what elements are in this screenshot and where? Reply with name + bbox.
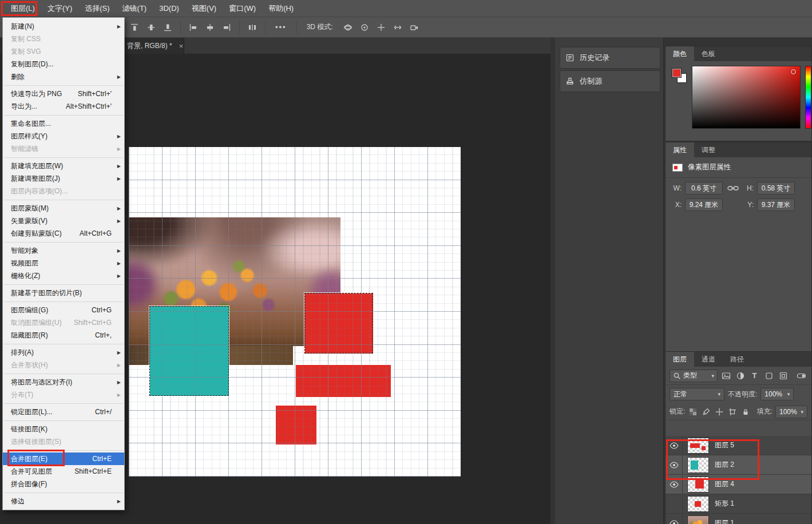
menu-item[interactable]: 新建填充图层(W)▶ <box>3 160 124 172</box>
history-panel-button[interactable]: 历史记录 <box>560 47 660 69</box>
3d-orbit-icon[interactable] <box>342 21 354 34</box>
3d-pan-icon[interactable] <box>375 21 387 34</box>
menu-item[interactable]: 栅格化(Z)▶ <box>3 269 124 282</box>
menu-item[interactable]: 新建(N)▶ <box>3 20 124 33</box>
menu-item[interactable]: 图层样式(Y)▶ <box>3 130 124 142</box>
lock-pixels-icon[interactable] <box>701 407 711 417</box>
layer-row-矩形-1[interactable]: 矩形 1 <box>666 494 811 514</box>
link-dimensions-icon[interactable] <box>726 182 740 194</box>
distribute-top-icon[interactable] <box>128 21 141 34</box>
layer-thumbnail[interactable] <box>687 496 709 512</box>
eye-icon[interactable] <box>666 514 683 524</box>
red-rectangle-3[interactable] <box>276 406 316 444</box>
menubar-item-3[interactable]: 选择(S) <box>78 0 116 17</box>
fill-dropdown[interactable]: 100% ▾ <box>775 406 807 418</box>
menu-item[interactable]: 智能对象▶ <box>3 244 124 257</box>
color-cursor[interactable] <box>791 69 796 74</box>
menubar-item-2[interactable]: 文字(Y) <box>41 0 78 17</box>
blend-mode-dropdown[interactable]: 正常 ▾ <box>670 388 724 400</box>
hue-slider[interactable] <box>805 66 811 129</box>
tab-channels[interactable]: 通道 <box>694 352 723 367</box>
height-field[interactable]: 0.58 英寸 <box>757 182 795 194</box>
layer-thumbnail[interactable] <box>687 457 709 473</box>
3d-camera-icon[interactable] <box>408 21 421 34</box>
filter-pixel-layers-icon[interactable] <box>720 370 732 382</box>
menubar-item-1[interactable]: 图层(L) <box>5 0 41 17</box>
menu-item[interactable]: 锁定图层(L)...Ctrl+/ <box>3 406 124 418</box>
menu-item[interactable]: 视频图层▶ <box>3 257 124 269</box>
menu-item[interactable]: 矢量蒙版(V)▶ <box>3 215 124 227</box>
filter-kind-dropdown[interactable]: 类型 ▾ <box>670 370 718 382</box>
menu-item[interactable]: 合并图层(E)Ctrl+E <box>3 452 124 465</box>
menubar-item-5[interactable]: 3D(D) <box>153 0 185 17</box>
tab-adjustments[interactable]: 调整 <box>694 142 723 157</box>
distribute-spacing-icon[interactable] <box>246 21 259 34</box>
filter-toggle-icon[interactable] <box>795 370 807 382</box>
menu-item[interactable]: 排列(A)▶ <box>3 346 124 359</box>
menubar-item-6[interactable]: 视图(V) <box>185 0 223 17</box>
menubar-item-7[interactable]: 窗口(W) <box>223 0 262 17</box>
canvas-document[interactable] <box>129 147 461 477</box>
menu-item[interactable]: 删除▶ <box>3 70 124 83</box>
lock-transparency-icon[interactable] <box>688 407 698 417</box>
menu-item[interactable]: 图层编组(G)Ctrl+G <box>3 304 124 316</box>
menu-item[interactable]: 导出为...Alt+Shift+Ctrl+' <box>3 100 124 113</box>
3d-roll-icon[interactable] <box>358 21 371 34</box>
menu-item[interactable]: 链接图层(K) <box>3 423 124 435</box>
filter-shape-layers-icon[interactable] <box>763 370 775 382</box>
align-right-edges-icon[interactable] <box>220 21 233 34</box>
menu-item[interactable]: 图层蒙版(M)▶ <box>3 202 124 215</box>
tab-layers[interactable]: 图层 <box>666 352 694 367</box>
layer-row-图层-5[interactable]: 图层 5 <box>666 436 811 455</box>
menu-item[interactable]: 新建调整图层(J)▶ <box>3 172 124 185</box>
foreground-color-swatch[interactable] <box>672 68 682 78</box>
tab-color[interactable]: 颜色 <box>666 46 694 61</box>
lock-all-icon[interactable] <box>740 407 751 417</box>
eye-icon[interactable] <box>666 436 683 455</box>
teal-rectangle[interactable] <box>150 307 229 396</box>
menu-item[interactable]: 重命名图层... <box>3 117 124 130</box>
align-left-edges-icon[interactable] <box>187 21 200 34</box>
align-horizontal-center-icon[interactable] <box>204 21 216 34</box>
menubar-item-4[interactable]: 滤镜(T) <box>116 0 153 17</box>
distribute-vertical-center-icon[interactable] <box>145 21 157 34</box>
menu-item[interactable]: 合并可见图层Shift+Ctrl+E <box>3 465 124 478</box>
red-rectangle-2[interactable] <box>296 365 391 397</box>
filter-smart-objects-icon[interactable] <box>777 370 789 382</box>
eye-icon-hidden[interactable] <box>666 494 683 514</box>
tab-properties[interactable]: 属性 <box>666 142 694 157</box>
menubar-item-8[interactable]: 帮助(H) <box>262 0 300 17</box>
saturation-brightness-field[interactable] <box>692 66 801 129</box>
distribute-bottom-icon[interactable] <box>161 21 174 34</box>
close-icon[interactable]: × <box>179 42 184 50</box>
layer-row-图层-1[interactable]: 图层 1 <box>666 514 811 524</box>
3d-slide-icon[interactable] <box>391 21 404 34</box>
filter-adjustment-layers-icon[interactable] <box>734 370 746 382</box>
layer-row-图层-2[interactable]: 图层 2 <box>666 455 811 475</box>
more-options-icon[interactable]: ••• <box>272 23 290 31</box>
layer-thumbnail[interactable] <box>687 438 709 454</box>
clone-source-panel-button[interactable]: 仿制源 <box>560 70 660 92</box>
menu-item[interactable]: 快速导出为 PNGShift+Ctrl+' <box>3 88 124 100</box>
menu-item[interactable]: 修边▶ <box>3 495 124 507</box>
layer-thumbnail[interactable] <box>687 515 709 524</box>
lock-position-icon[interactable] <box>714 407 724 417</box>
red-rectangle-1[interactable] <box>305 293 373 354</box>
layer-thumbnail[interactable] <box>687 477 709 493</box>
filter-type-layers-icon[interactable]: T <box>748 370 760 382</box>
tab-swatches[interactable]: 色板 <box>694 46 723 61</box>
menu-item[interactable]: 拼合图像(F) <box>3 478 124 490</box>
menu-item[interactable]: 将图层与选区对齐(I)▶ <box>3 376 124 388</box>
eye-icon[interactable] <box>666 455 683 475</box>
lock-artboard-icon[interactable] <box>727 407 738 417</box>
width-field[interactable]: 0.6 英寸 <box>685 182 723 194</box>
layer-row-图层-4[interactable]: 图层 4 <box>666 475 811 494</box>
y-field[interactable]: 9.37 厘米 <box>757 199 795 211</box>
menu-item[interactable]: 复制图层(D)... <box>3 58 124 70</box>
menu-item[interactable]: 隐藏图层(R)Ctrl+, <box>3 329 124 342</box>
eye-icon[interactable] <box>666 475 683 494</box>
opacity-dropdown[interactable]: 100% ▾ <box>760 388 794 400</box>
menu-item[interactable]: 创建剪贴蒙版(C)Alt+Ctrl+G <box>3 227 124 240</box>
x-field[interactable]: 9.24 厘米 <box>685 199 723 211</box>
menu-item[interactable]: 新建基于图层的切片(B) <box>3 287 124 299</box>
